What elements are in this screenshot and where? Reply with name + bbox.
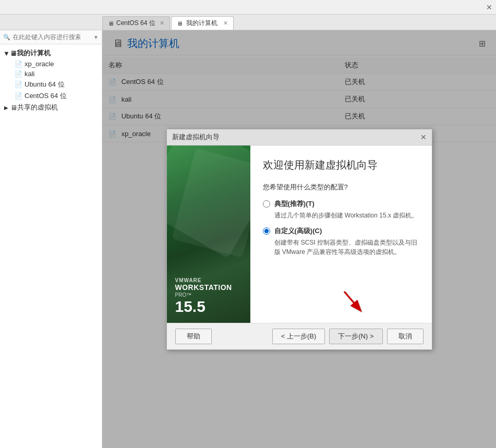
sidebar-item-kali[interactable]: 📄 kali — [0, 69, 102, 79]
shared-arrow-icon: ▶ — [4, 105, 8, 111]
radio-typical-label: 典型(推荐)(T) — [274, 199, 314, 209]
search-input[interactable] — [13, 33, 80, 41]
radio-custom[interactable] — [263, 227, 270, 235]
sidebar-ubuntu-label: Ubuntu 64 位 — [25, 80, 65, 89]
radio-custom-desc: 创建带有 SCSI 控制器类型、虚拟磁盘类型以及与旧版 VMware 产品兼容性… — [263, 238, 419, 257]
sidebar-kali-label: kali — [25, 70, 35, 78]
tab-mypc-label: 我的计算机 — [186, 19, 217, 28]
workstation-text: WORKSTATION — [175, 283, 232, 292]
sidebar: 🔍 ▼ ▼ 🖥 我的计算机 📄 xp_oracle 📄 kali 📄 Ubunt… — [0, 30, 102, 448]
sidebar-centos-label: CentOS 64 位 — [25, 91, 67, 101]
footer-left: 帮助 — [175, 329, 212, 344]
dialog-question: 您希望使用什么类型的配置? — [263, 183, 419, 192]
shared-icon: 🖥 — [10, 104, 17, 112]
title-bar: ✕ — [0, 0, 496, 15]
prev-button[interactable]: < 上一步(B) — [272, 329, 325, 344]
dialog-footer: 帮助 < 上一步(B) 下一步(N) > 取消 — [167, 323, 432, 349]
tab-centos-icon: 🖥 — [108, 20, 114, 27]
sidebar-shared-label: 共享的虚拟机 — [17, 103, 58, 112]
vm-icon-kali: 📄 — [15, 70, 22, 78]
mypc-icon: 🖥 — [10, 50, 17, 57]
dialog-right-panel: 欢迎使用新建虚拟机向导 您希望使用什么类型的配置? 典型(推荐)(T) 通过几个… — [250, 146, 432, 323]
sidebar-tree: ▼ 🖥 我的计算机 📄 xp_oracle 📄 kali 📄 Ubuntu 64… — [0, 44, 102, 448]
sidebar-item-xp-oracle[interactable]: 📄 xp_oracle — [0, 59, 102, 69]
dialog-branding-panel: VMWARE WORKSTATION PRO™ 15.5 — [167, 146, 250, 323]
vm-icon-ubuntu: 📄 — [15, 81, 22, 88]
tab-centos-label: CentOS 64 位 — [116, 19, 155, 28]
dialog-titlebar: 新建虚拟机向导 ✕ — [167, 129, 432, 146]
sidebar-item-centos[interactable]: 📄 CentOS 64 位 — [0, 90, 102, 102]
search-bar: 🔍 ▼ — [0, 30, 102, 44]
dialog-title: 新建虚拟机向导 — [172, 132, 220, 142]
vmware-brand-text: VMWARE — [175, 277, 232, 283]
sidebar-mypc-label: 我的计算机 — [17, 49, 51, 58]
tab-mypc[interactable]: 🖥 我的计算机 ✕ — [171, 16, 234, 30]
sidebar-item-ubuntu[interactable]: 📄 Ubuntu 64 位 — [0, 79, 102, 90]
sidebar-item-mypc[interactable]: ▼ 🖥 我的计算机 — [0, 47, 102, 59]
content-area: 🖥 我的计算机 ⊞ 名称 状态 📄 CentOS 64 位 已关机 📄 — [102, 30, 496, 448]
dialog-close-button[interactable]: ✕ — [420, 134, 427, 141]
radio-option-custom[interactable]: 自定义(高级)(C) 创建带有 SCSI 控制器类型、虚拟磁盘类型以及与旧版 V… — [263, 226, 419, 257]
tab-centos-close[interactable]: ✕ — [160, 20, 164, 27]
main-layout: 🔍 ▼ ▼ 🖥 我的计算机 📄 xp_oracle 📄 kali 📄 Ubunt… — [0, 30, 496, 448]
radio-option-typical[interactable]: 典型(推荐)(T) 通过几个简单的步骤创建 Workstation 15.x 虚… — [263, 199, 419, 220]
dialog-overlay: 新建虚拟机向导 ✕ VMWARE WORKSTATION PRO™ 15.5 — [102, 30, 496, 448]
sidebar-xp-oracle-label: xp_oracle — [25, 60, 54, 68]
dialog-welcome-title: 欢迎使用新建虚拟机向导 — [263, 158, 419, 172]
radio-custom-label: 自定义(高级)(C) — [274, 226, 322, 236]
tab-centos[interactable]: 🖥 CentOS 64 位 ✕ — [102, 16, 170, 30]
radio-typical-desc: 通过几个简单的步骤创建 Workstation 15.x 虚拟机。 — [263, 211, 419, 220]
window-close-button[interactable]: ✕ — [485, 3, 494, 12]
dialog-body: VMWARE WORKSTATION PRO™ 15.5 欢迎使用新建虚拟机向导… — [167, 146, 432, 323]
pro-text: PRO™ — [175, 292, 232, 298]
cancel-button[interactable]: 取消 — [387, 329, 424, 344]
vmware-logo: VMWARE WORKSTATION PRO™ 15.5 — [175, 277, 232, 314]
tab-bar: 🖥 CentOS 64 位 ✕ 🖥 我的计算机 ✕ — [0, 15, 496, 30]
version-text: 15.5 — [175, 299, 232, 314]
tab-mypc-icon: 🖥 — [177, 20, 183, 27]
footer-right: < 上一步(B) 下一步(N) > 取消 — [272, 329, 424, 344]
new-vm-wizard-dialog: 新建虚拟机向导 ✕ VMWARE WORKSTATION PRO™ 15.5 — [166, 129, 432, 350]
vm-icon-centos: 📄 — [15, 92, 22, 100]
next-button[interactable]: 下一步(N) > — [329, 329, 382, 344]
vm-icon-xp: 📄 — [15, 60, 22, 68]
sidebar-item-shared[interactable]: ▶ 🖥 共享的虚拟机 — [0, 102, 102, 113]
tab-mypc-close[interactable]: ✕ — [223, 20, 228, 27]
search-icon: 🔍 — [3, 34, 10, 41]
radio-typical[interactable] — [263, 200, 270, 208]
help-button[interactable]: 帮助 — [175, 329, 212, 344]
expand-arrow-icon: ▼ — [3, 50, 10, 57]
search-dropdown-icon[interactable]: ▼ — [93, 34, 99, 40]
